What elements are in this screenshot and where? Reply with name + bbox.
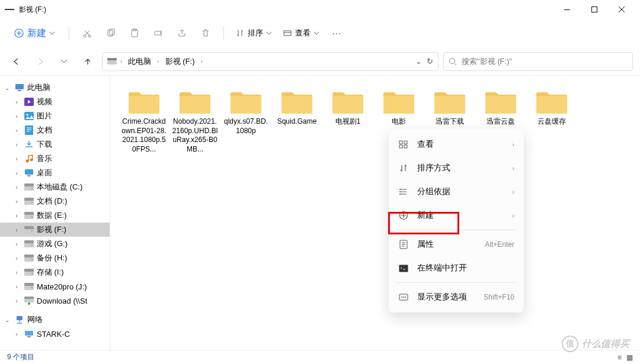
sidebar-item[interactable]: › 图片 — [0, 109, 110, 123]
chevron-right-icon[interactable]: › — [12, 241, 21, 247]
chevron-right-icon[interactable]: › — [12, 255, 21, 262]
chevron-right-icon[interactable]: › — [12, 284, 21, 290]
chevron-right-icon[interactable]: › — [12, 298, 21, 304]
context-menu-item[interactable]: 显示更多选项Shift+F10 — [392, 285, 520, 309]
chevron-right-icon[interactable]: › — [12, 227, 21, 233]
sidebar-item[interactable]: › 本地磁盘 (C:) — [0, 180, 110, 194]
sidebar-item[interactable]: › Download (\\St — [0, 294, 110, 308]
shortcut-label: Alt+Enter — [485, 240, 514, 249]
share-button[interactable] — [171, 22, 193, 44]
view-icon — [283, 29, 292, 37]
search-box[interactable] — [443, 52, 633, 71]
chevron-down-icon[interactable]: ⌄ — [2, 85, 12, 91]
plus-circle-icon — [14, 28, 24, 38]
folder-item[interactable]: 云盘缓存 — [527, 85, 576, 157]
sidebar-item[interactable]: › 下载 — [0, 137, 110, 152]
sidebar-item[interactable]: › 游戏 (G:) — [0, 237, 110, 251]
sidebar-item[interactable]: › 文档 (D:) — [0, 194, 110, 208]
sort-icon — [398, 163, 409, 173]
context-menu-item[interactable]: 分组依据› — [392, 180, 520, 204]
recent-button[interactable] — [55, 52, 73, 71]
sidebar-item-this-pc[interactable]: ⌄ 此电脑 — [0, 80, 110, 95]
chevron-right-icon[interactable]: › — [12, 212, 21, 219]
more-button[interactable]: ⋯ — [326, 22, 347, 44]
folder-item[interactable]: Crime.Crackdown.EP01-28.2021.1080p.50FPS… — [120, 85, 168, 157]
sidebar-item[interactable]: › 音乐 — [0, 152, 110, 166]
folder-item[interactable]: qldyx.s07.BD.1080p — [222, 85, 270, 157]
breadcrumb-item[interactable]: 影视 (F:) — [163, 55, 197, 68]
sidebar-item-network[interactable]: ⌄ 网络 — [0, 313, 110, 327]
context-menu-item[interactable]: 查看› — [392, 133, 520, 156]
sidebar-item[interactable]: › 存储 (I:) — [0, 265, 110, 279]
folder-grid: Crime.Crackdown.EP01-28.2021.1080p.50FPS… — [120, 85, 631, 157]
context-menu-item[interactable]: 排序方式› — [392, 156, 520, 180]
breadcrumb-item[interactable]: 此电脑 — [126, 55, 153, 68]
thumbnails-view-icon[interactable]: ▦ — [626, 353, 633, 362]
pc-icon — [14, 82, 25, 93]
minimize-button[interactable] — [553, 0, 581, 19]
up-button[interactable] — [78, 52, 97, 71]
svg-rect-9 — [155, 31, 161, 35]
details-view-icon[interactable]: ≡ — [617, 353, 622, 362]
chevron-right-icon[interactable]: › — [12, 331, 21, 337]
music-icon — [24, 153, 34, 164]
chevron-right-icon[interactable]: › — [12, 156, 21, 162]
chevron-down-icon[interactable]: ⌄ — [2, 317, 12, 323]
delete-button[interactable] — [195, 22, 216, 44]
cut-button[interactable] — [76, 22, 98, 44]
sidebar-item[interactable]: › 数据 (E:) — [0, 208, 110, 223]
new-button[interactable]: 新建 — [7, 24, 62, 43]
sidebar-item[interactable]: › 备份 (H:) — [0, 251, 110, 265]
svg-rect-51 — [17, 316, 23, 320]
svg-rect-49 — [24, 297, 34, 299]
chevron-right-icon[interactable]: › — [12, 127, 21, 134]
chevron-right-icon: › — [512, 165, 514, 172]
content-area[interactable]: Crime.Crackdown.EP01-28.2021.1080p.50FPS… — [110, 76, 640, 352]
context-menu-item[interactable]: 属性Alt+Enter — [392, 233, 520, 256]
sidebar-item-network-pc[interactable]: › STARK-C — [0, 327, 110, 341]
chevron-down-icon[interactable]: ⌄ — [415, 57, 422, 66]
svg-rect-52 — [25, 331, 33, 336]
chevron-right-icon[interactable]: › — [12, 113, 21, 120]
sidebar-item[interactable]: › 桌面 — [0, 166, 110, 180]
folder-item[interactable]: Nobody.2021.2160p.UHD.BluRay.x265-B0MB..… — [171, 85, 219, 157]
maximize-button[interactable] — [581, 0, 608, 19]
sort-dropdown[interactable]: 排序 — [231, 24, 276, 42]
nav-row: › 此电脑 › 影视 (F:) › ⌄ ↻ — [0, 47, 640, 76]
folder-item[interactable]: Squid.Game — [273, 85, 321, 157]
chevron-right-icon[interactable]: › — [12, 198, 21, 205]
chevron-right-icon[interactable]: › — [12, 141, 21, 148]
copy-button[interactable] — [100, 22, 121, 44]
folder-name: Squid.Game — [277, 117, 317, 127]
menu-item-label: 属性 — [417, 239, 476, 250]
sidebar-item-label: Mate20pro (J:) — [37, 282, 87, 291]
folder-item[interactable]: 电视剧1 — [324, 85, 372, 157]
chevron-right-icon[interactable]: › — [12, 170, 21, 176]
item-count: 9 个项目 — [7, 352, 34, 362]
context-menu-item[interactable]: 在终端中打开 — [392, 256, 520, 280]
chevron-right-icon[interactable]: › — [12, 184, 21, 191]
sidebar-item[interactable]: › 影视 (F:) — [0, 223, 110, 237]
network-drive-icon — [24, 295, 34, 306]
rename-button[interactable] — [148, 22, 169, 44]
paste-button[interactable] — [124, 22, 145, 44]
video-icon — [24, 96, 34, 107]
address-bar[interactable]: › 此电脑 › 影视 (F:) › ⌄ ↻ — [102, 52, 439, 71]
svg-point-58 — [399, 189, 401, 190]
separator — [69, 26, 69, 40]
chevron-right-icon[interactable]: › — [12, 99, 21, 105]
sidebar-item[interactable]: › 文档 — [0, 123, 110, 137]
folder-icon — [433, 89, 466, 115]
close-button[interactable] — [608, 0, 635, 19]
back-button[interactable] — [7, 52, 26, 71]
forward-button[interactable] — [31, 52, 50, 71]
search-input[interactable] — [462, 57, 628, 66]
view-dropdown[interactable]: 查看 — [279, 24, 324, 42]
refresh-icon[interactable]: ↻ — [427, 57, 433, 66]
sidebar-item[interactable]: › 视频 — [0, 95, 110, 109]
network-icon — [14, 314, 25, 325]
context-menu-item[interactable]: 新建› — [392, 204, 520, 227]
pc-icon — [24, 328, 34, 339]
sidebar-item[interactable]: › Mate20pro (J:) — [0, 279, 110, 294]
chevron-right-icon[interactable]: › — [12, 269, 21, 276]
